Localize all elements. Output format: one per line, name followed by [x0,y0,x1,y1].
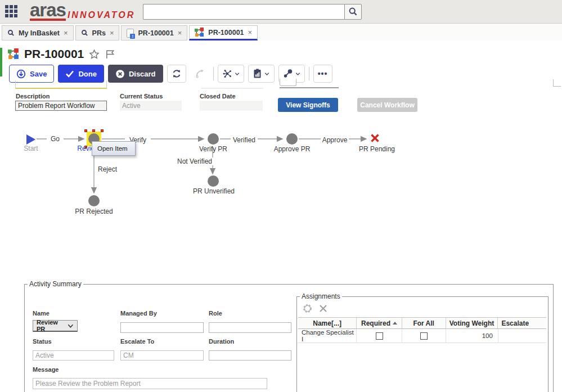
transition-go-label: Go [47,135,64,143]
managed-by-label: Managed By [120,310,157,317]
pr-pending-node-label: PR Pending [357,145,397,153]
toolbar-separator [309,67,309,80]
logo-text-aras: aras [30,2,66,21]
chevron-down-icon [264,71,269,76]
view-signoffs-button[interactable]: View Signoffs [278,98,338,112]
tab-my-inbasket[interactable]: My InBasket × [2,25,74,40]
escalate-to-input [120,350,204,361]
role-input[interactable] [209,322,291,333]
global-search [143,4,362,20]
toolbar-separator [213,67,214,80]
chevron-down-icon [68,323,74,328]
tab-label: PR-100001 [208,29,244,37]
tab-label: PR-100001 [138,29,173,37]
workflow-end-x-icon[interactable] [370,133,380,143]
workflow-node-approve-pr[interactable] [286,133,298,145]
discard-button[interactable]: Discard [108,65,163,83]
impact-analysis-dropdown[interactable] [218,65,244,83]
current-status-label: Current Status [120,93,163,100]
assignment-escalate-cell [498,329,546,343]
problem-report-icon: ! [127,29,134,38]
circle-x-icon [115,69,125,79]
more-actions-button[interactable]: ••• [313,65,332,83]
managed-by-input[interactable] [120,322,204,333]
workflow-node-pr-rejected[interactable] [88,195,100,206]
column-header-name[interactable]: Name[...] [298,318,357,328]
workflow-node-verify-pr[interactable] [208,133,219,145]
status-label: Status [33,338,52,345]
close-icon[interactable]: × [248,28,253,37]
aras-logo: aras INNOVATOR [30,2,135,21]
closed-date-label: Closed Date [200,93,236,100]
status-input [33,350,114,361]
edit-indicator-bar [0,48,2,76]
assignments-toolbar [302,303,327,314]
activity-summary-legend: Activity Summary [28,280,83,288]
start-node-label: Start [21,145,41,152]
top-bar: aras INNOVATOR [0,0,562,24]
search-icon [81,29,88,37]
tab-label: PRs [92,29,106,37]
column-header-required[interactable]: Required [357,318,402,328]
redo-button [190,65,209,83]
assignment-voting-weight-cell: 100 [446,329,498,343]
escalate-to-label: Escalate To [120,338,154,345]
workflow-node-pr-unverified[interactable] [208,175,219,187]
description-field[interactable]: Problem Report Workflow [15,101,107,111]
search-button[interactable] [344,4,362,20]
search-icon [348,7,358,16]
selection-handle[interactable] [101,129,104,132]
verify-pr-node-label: Verify PR [196,145,230,153]
save-icon [16,69,26,79]
column-header-voting-weight[interactable]: Voting Weight [446,318,498,328]
assignment-for-all-cell [402,329,446,343]
workflow-map-icon [8,48,19,60]
activity-name-value: Review PR [37,319,68,332]
context-menu-open-item[interactable]: Open Item [92,141,136,156]
transition-not-verified-label: Not Verified [176,157,214,165]
assignments-legend: Assignments [300,292,342,300]
tab-pr-100001-workflow[interactable]: PR-100001 × [189,25,258,40]
activity-name-select[interactable]: Review PR [33,320,78,332]
selection-handle[interactable] [84,129,87,132]
tab-pr-100001-item[interactable]: ! PR-100001 × [121,25,187,40]
close-icon[interactable]: × [178,29,182,37]
gear-icon [302,303,313,314]
app-launcher-icon[interactable] [5,5,19,19]
close-icon[interactable]: × [64,29,68,37]
selection-handle[interactable] [92,129,95,132]
reports-dropdown[interactable] [248,65,275,83]
for-all-checkbox[interactable] [420,332,428,340]
column-header-for-all[interactable]: For All [402,318,446,328]
done-label: Done [78,70,97,78]
search-icon [7,29,15,37]
cutoff-field-small-box [280,79,296,86]
current-status-field: Active [120,101,182,111]
check-icon [65,70,74,78]
transition-verified-label: Verified [231,136,258,144]
remove-x-icon[interactable] [319,304,327,313]
required-header-label: Required [361,319,390,327]
pr-rejected-node-label: PR Rejected [70,208,118,215]
workflow-start-node[interactable] [26,134,35,145]
role-label: Role [209,310,222,317]
search-input[interactable] [143,4,344,20]
assignment-row[interactable]: Change Specialist I 100 [298,329,546,343]
column-header-escalate[interactable]: Escalate [498,318,546,328]
refresh-button[interactable] [167,65,186,83]
logo-text-innovator: INNOVATOR [68,10,135,20]
clipboard-chart-icon [253,69,262,79]
activity-name-label: Name [33,310,50,317]
flag-icon[interactable] [105,49,115,60]
required-checkbox[interactable] [376,332,383,340]
close-icon[interactable]: × [110,29,114,37]
hub-icon [222,69,232,79]
favorite-star-icon[interactable] [89,49,100,60]
sort-ascending-icon [393,322,397,325]
duration-input[interactable] [209,350,291,361]
tab-bar: My InBasket × PRs × ! PR-100001 × [0,24,562,40]
share-icon [283,69,293,79]
cutoff-field-right-stub [553,79,561,87]
tab-prs[interactable]: PRs × [75,25,120,40]
transition-reject-label: Reject [98,165,117,173]
